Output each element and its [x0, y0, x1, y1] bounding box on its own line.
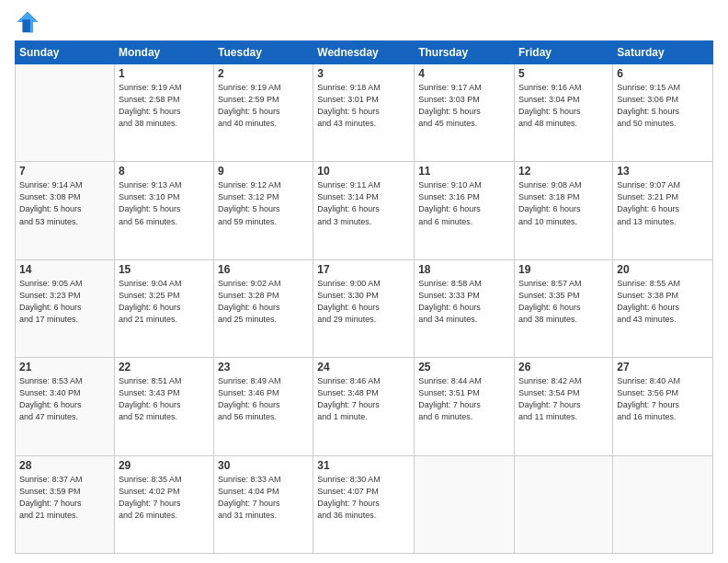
day-info: Sunrise: 8:40 AM Sunset: 3:56 PM Dayligh… — [617, 375, 709, 423]
day-cell: 7Sunrise: 9:14 AM Sunset: 3:08 PM Daylig… — [16, 162, 115, 259]
day-cell: 22Sunrise: 8:51 AM Sunset: 3:43 PM Dayli… — [114, 358, 213, 455]
day-cell: 18Sunrise: 8:58 AM Sunset: 3:33 PM Dayli… — [415, 259, 515, 357]
day-info: Sunrise: 8:57 AM Sunset: 3:35 PM Dayligh… — [518, 278, 609, 326]
day-number: 3 — [317, 67, 410, 80]
day-info: Sunrise: 8:58 AM Sunset: 3:33 PM Dayligh… — [418, 278, 510, 326]
day-number: 2 — [218, 67, 309, 80]
day-number: 5 — [518, 67, 609, 80]
day-number: 30 — [218, 459, 309, 472]
day-cell: 17Sunrise: 9:00 AM Sunset: 3:30 PM Dayli… — [313, 259, 415, 357]
col-header-wednesday: Wednesday — [313, 41, 415, 64]
day-cell — [613, 455, 713, 553]
day-cell: 30Sunrise: 8:33 AM Sunset: 4:04 PM Dayli… — [214, 455, 313, 553]
day-cell: 2Sunrise: 9:19 AM Sunset: 2:59 PM Daylig… — [214, 64, 313, 162]
day-number: 29 — [119, 459, 210, 472]
day-cell: 27Sunrise: 8:40 AM Sunset: 3:56 PM Dayli… — [613, 358, 713, 455]
day-number: 14 — [19, 263, 110, 276]
day-cell: 4Sunrise: 9:17 AM Sunset: 3:03 PM Daylig… — [415, 64, 515, 162]
day-info: Sunrise: 8:46 AM Sunset: 3:48 PM Dayligh… — [317, 375, 410, 423]
day-info: Sunrise: 9:12 AM Sunset: 3:12 PM Dayligh… — [218, 179, 309, 227]
day-cell: 15Sunrise: 9:04 AM Sunset: 3:25 PM Dayli… — [114, 259, 213, 357]
day-number: 25 — [418, 361, 510, 373]
day-number: 26 — [518, 361, 609, 373]
page: SundayMondayTuesdayWednesdayThursdayFrid… — [0, 0, 728, 563]
day-cell: 13Sunrise: 9:07 AM Sunset: 3:21 PM Dayli… — [613, 162, 713, 259]
day-info: Sunrise: 9:07 AM Sunset: 3:21 PM Dayligh… — [617, 179, 709, 227]
day-info: Sunrise: 8:37 AM Sunset: 3:59 PM Dayligh… — [19, 474, 110, 522]
week-row-2: 14Sunrise: 9:05 AM Sunset: 3:23 PM Dayli… — [16, 259, 713, 357]
day-info: Sunrise: 8:49 AM Sunset: 3:46 PM Dayligh… — [218, 375, 309, 423]
day-info: Sunrise: 8:30 AM Sunset: 4:07 PM Dayligh… — [317, 474, 410, 522]
day-info: Sunrise: 9:11 AM Sunset: 3:14 PM Dayligh… — [317, 179, 410, 227]
day-info: Sunrise: 9:16 AM Sunset: 3:04 PM Dayligh… — [518, 82, 609, 130]
day-number: 27 — [617, 361, 709, 373]
day-info: Sunrise: 9:13 AM Sunset: 3:10 PM Dayligh… — [119, 179, 210, 227]
day-cell: 19Sunrise: 8:57 AM Sunset: 3:35 PM Dayli… — [515, 259, 613, 357]
day-info: Sunrise: 9:18 AM Sunset: 3:01 PM Dayligh… — [317, 82, 410, 130]
day-number: 21 — [19, 361, 110, 373]
day-cell: 26Sunrise: 8:42 AM Sunset: 3:54 PM Dayli… — [515, 358, 613, 455]
col-header-tuesday: Tuesday — [214, 41, 313, 64]
col-header-friday: Friday — [515, 41, 613, 64]
calendar-table: SundayMondayTuesdayWednesdayThursdayFrid… — [15, 40, 713, 554]
col-header-sunday: Sunday — [16, 41, 115, 64]
day-cell — [415, 455, 515, 553]
day-number: 18 — [418, 263, 510, 276]
day-cell: 9Sunrise: 9:12 AM Sunset: 3:12 PM Daylig… — [214, 162, 313, 259]
day-cell: 25Sunrise: 8:44 AM Sunset: 3:51 PM Dayli… — [415, 358, 515, 455]
day-info: Sunrise: 9:19 AM Sunset: 2:59 PM Dayligh… — [218, 82, 309, 130]
day-info: Sunrise: 9:00 AM Sunset: 3:30 PM Dayligh… — [317, 278, 410, 326]
day-info: Sunrise: 8:35 AM Sunset: 4:02 PM Dayligh… — [119, 474, 210, 522]
day-info: Sunrise: 8:51 AM Sunset: 3:43 PM Dayligh… — [119, 375, 210, 423]
day-number: 24 — [317, 361, 410, 373]
day-cell: 20Sunrise: 8:55 AM Sunset: 3:38 PM Dayli… — [613, 259, 713, 357]
day-cell: 12Sunrise: 9:08 AM Sunset: 3:18 PM Dayli… — [515, 162, 613, 259]
day-info: Sunrise: 9:10 AM Sunset: 3:16 PM Dayligh… — [418, 179, 510, 227]
week-row-3: 21Sunrise: 8:53 AM Sunset: 3:40 PM Dayli… — [16, 358, 713, 455]
logo — [15, 9, 44, 35]
day-number: 10 — [317, 165, 410, 178]
day-cell — [16, 64, 115, 162]
week-row-1: 7Sunrise: 9:14 AM Sunset: 3:08 PM Daylig… — [16, 162, 713, 259]
day-number: 15 — [119, 263, 210, 276]
day-info: Sunrise: 9:15 AM Sunset: 3:06 PM Dayligh… — [617, 82, 709, 130]
day-number: 7 — [19, 165, 110, 178]
day-info: Sunrise: 8:42 AM Sunset: 3:54 PM Dayligh… — [518, 375, 609, 423]
day-cell — [515, 455, 613, 553]
day-number: 28 — [19, 459, 110, 472]
day-number: 16 — [218, 263, 309, 276]
day-info: Sunrise: 9:17 AM Sunset: 3:03 PM Dayligh… — [418, 82, 510, 130]
header — [15, 9, 713, 35]
day-number: 17 — [317, 263, 410, 276]
day-cell: 31Sunrise: 8:30 AM Sunset: 4:07 PM Dayli… — [313, 455, 415, 553]
day-number: 6 — [617, 67, 709, 80]
week-row-0: 1Sunrise: 9:19 AM Sunset: 2:58 PM Daylig… — [16, 64, 713, 162]
day-cell: 16Sunrise: 9:02 AM Sunset: 3:28 PM Dayli… — [214, 259, 313, 357]
day-cell: 23Sunrise: 8:49 AM Sunset: 3:46 PM Dayli… — [214, 358, 313, 455]
day-cell: 11Sunrise: 9:10 AM Sunset: 3:16 PM Dayli… — [415, 162, 515, 259]
col-header-monday: Monday — [114, 41, 213, 64]
day-info: Sunrise: 9:02 AM Sunset: 3:28 PM Dayligh… — [218, 278, 309, 326]
day-info: Sunrise: 9:14 AM Sunset: 3:08 PM Dayligh… — [19, 179, 110, 227]
day-number: 31 — [317, 459, 410, 472]
day-number: 8 — [119, 165, 210, 178]
logo-icon — [15, 9, 40, 35]
day-number: 23 — [218, 361, 309, 373]
day-cell: 14Sunrise: 9:05 AM Sunset: 3:23 PM Dayli… — [16, 259, 115, 357]
day-number: 4 — [418, 67, 510, 80]
day-info: Sunrise: 8:44 AM Sunset: 3:51 PM Dayligh… — [418, 375, 510, 423]
day-number: 13 — [617, 165, 709, 178]
col-header-thursday: Thursday — [415, 41, 515, 64]
day-info: Sunrise: 9:05 AM Sunset: 3:23 PM Dayligh… — [19, 278, 110, 326]
day-cell: 3Sunrise: 9:18 AM Sunset: 3:01 PM Daylig… — [313, 64, 415, 162]
day-info: Sunrise: 8:55 AM Sunset: 3:38 PM Dayligh… — [617, 278, 709, 326]
day-cell: 5Sunrise: 9:16 AM Sunset: 3:04 PM Daylig… — [515, 64, 613, 162]
day-info: Sunrise: 8:33 AM Sunset: 4:04 PM Dayligh… — [218, 474, 309, 522]
day-number: 11 — [418, 165, 510, 178]
day-number: 9 — [218, 165, 309, 178]
day-info: Sunrise: 8:53 AM Sunset: 3:40 PM Dayligh… — [19, 375, 110, 423]
day-cell: 10Sunrise: 9:11 AM Sunset: 3:14 PM Dayli… — [313, 162, 415, 259]
day-cell: 8Sunrise: 9:13 AM Sunset: 3:10 PM Daylig… — [114, 162, 213, 259]
day-info: Sunrise: 9:04 AM Sunset: 3:25 PM Dayligh… — [119, 278, 210, 326]
day-cell: 21Sunrise: 8:53 AM Sunset: 3:40 PM Dayli… — [16, 358, 115, 455]
